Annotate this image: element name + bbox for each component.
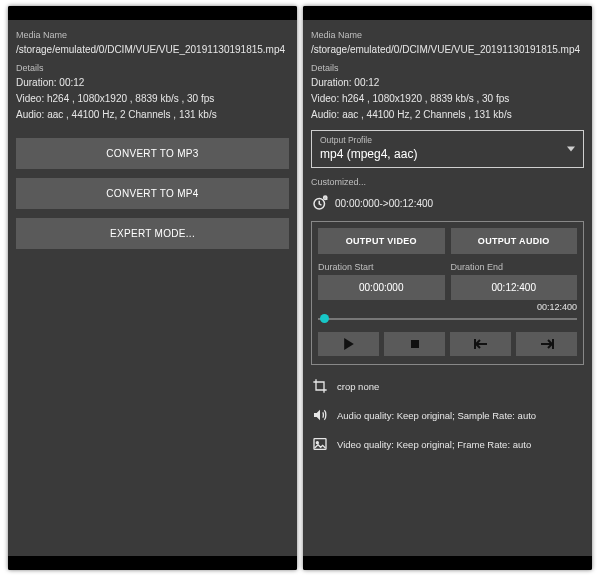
expert-mode-button[interactable]: EXPERT MODE... <box>16 218 289 249</box>
details-label: Details <box>16 63 289 73</box>
duration-line: Duration: 00:12 <box>311 76 584 89</box>
media-name-label: Media Name <box>16 30 289 40</box>
speaker-icon <box>311 407 329 423</box>
play-button[interactable] <box>318 332 379 356</box>
output-profile-label: Output Profile <box>320 135 575 145</box>
video-line: Video: h264 , 1080x1920 , 8839 kb/s , 30… <box>16 92 289 105</box>
left-phone: Media Name /storage/emulated/0/DCIM/VUE/… <box>8 6 297 570</box>
mark-in-button[interactable] <box>450 332 511 356</box>
duration-end-col: Duration End 00:12:400 <box>451 262 578 300</box>
time-settings-icon[interactable] <box>311 194 329 212</box>
video-quality-option[interactable]: Video quality: Keep original; Frame Rate… <box>311 436 584 452</box>
crop-icon <box>311 378 329 394</box>
right-phone: Media Name /storage/emulated/0/DCIM/VUE/… <box>303 6 592 570</box>
tab-output-audio[interactable]: OUTPUT AUDIO <box>451 228 578 254</box>
media-path: /storage/emulated/0/DCIM/VUE/VUE_2019113… <box>311 43 584 56</box>
convert-to-mp3-button[interactable]: CONVERT TO MP3 <box>16 138 289 169</box>
customized-label: Customized... <box>311 177 584 187</box>
slider-end-label: 00:12:400 <box>537 302 577 312</box>
time-range-text: 00:00:000->00:12:400 <box>335 198 433 209</box>
convert-to-mp4-button[interactable]: CONVERT TO MP4 <box>16 178 289 209</box>
output-tabs: OUTPUT VIDEO OUTPUT AUDIO <box>318 228 577 254</box>
left-screen: Media Name /storage/emulated/0/DCIM/VUE/… <box>8 20 297 556</box>
duration-end-value[interactable]: 00:12:400 <box>451 275 578 300</box>
duration-row: Duration Start 00:00:000 Duration End 00… <box>318 262 577 300</box>
expert-panel: OUTPUT VIDEO OUTPUT AUDIO Duration Start… <box>311 221 584 365</box>
crop-option[interactable]: crop none <box>311 378 584 394</box>
audio-quality-text: Audio quality: Keep original; Sample Rat… <box>337 410 536 421</box>
nav-bar <box>303 556 592 570</box>
image-icon <box>311 436 329 452</box>
svg-rect-3 <box>411 340 419 348</box>
status-bar <box>303 6 592 20</box>
duration-start-label: Duration Start <box>318 262 445 272</box>
output-profile-dropdown[interactable]: Output Profile mp4 (mpeg4, aac) <box>311 130 584 168</box>
duration-start-col: Duration Start 00:00:000 <box>318 262 445 300</box>
media-name-label: Media Name <box>311 30 584 40</box>
video-line: Video: h264 , 1080x1920 , 8839 kb/s , 30… <box>311 92 584 105</box>
slider-track <box>318 318 577 320</box>
crop-text: crop none <box>337 381 379 392</box>
slider-thumb[interactable] <box>320 314 329 323</box>
duration-line: Duration: 00:12 <box>16 76 289 89</box>
audio-line: Audio: aac , 44100 Hz, 2 Channels , 131 … <box>311 108 584 121</box>
right-screen: Media Name /storage/emulated/0/DCIM/VUE/… <box>303 20 592 556</box>
audio-quality-option[interactable]: Audio quality: Keep original; Sample Rat… <box>311 407 584 423</box>
playback-controls <box>318 332 577 356</box>
chevron-down-icon <box>567 147 575 152</box>
duration-end-label: Duration End <box>451 262 578 272</box>
duration-start-value[interactable]: 00:00:000 <box>318 275 445 300</box>
video-quality-text: Video quality: Keep original; Frame Rate… <box>337 439 531 450</box>
tab-output-video[interactable]: OUTPUT VIDEO <box>318 228 445 254</box>
details-label: Details <box>311 63 584 73</box>
status-bar <box>8 6 297 20</box>
media-path: /storage/emulated/0/DCIM/VUE/VUE_2019113… <box>16 43 289 56</box>
time-range-row: 00:00:000->00:12:400 <box>311 194 584 212</box>
svg-point-5 <box>316 442 318 444</box>
time-slider[interactable]: 00:12:400 <box>318 308 577 326</box>
mark-out-button[interactable] <box>516 332 577 356</box>
svg-marker-2 <box>344 338 354 350</box>
stop-button[interactable] <box>384 332 445 356</box>
nav-bar <box>8 556 297 570</box>
output-profile-value: mp4 (mpeg4, aac) <box>320 147 575 161</box>
audio-line: Audio: aac , 44100 Hz, 2 Channels , 131 … <box>16 108 289 121</box>
